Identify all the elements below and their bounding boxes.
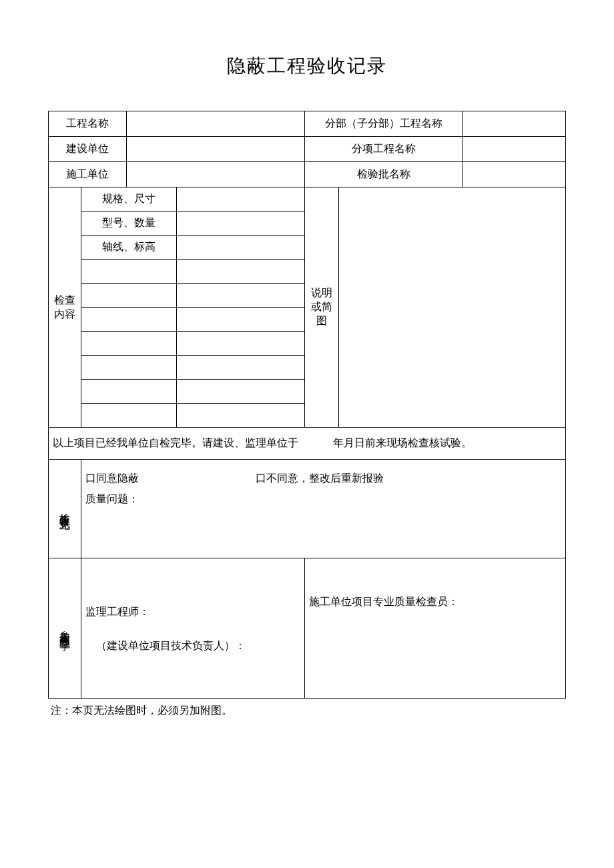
label-contractor: 施工单位 bbox=[49, 162, 127, 187]
value-inspection-batch bbox=[463, 162, 566, 187]
checkbox-disagree: 口不同意，整改后重新报验 bbox=[256, 472, 384, 484]
check-row-value bbox=[177, 308, 305, 332]
check-row-value bbox=[177, 332, 305, 356]
note-part1: 以上项目已经我单位自检完毕。请建设、监理单位于 bbox=[53, 437, 298, 448]
check-row-label bbox=[81, 308, 177, 332]
value-contractor bbox=[127, 162, 305, 187]
check-row-label bbox=[81, 332, 177, 356]
desc-area bbox=[339, 187, 566, 428]
value-construction-unit bbox=[127, 137, 305, 162]
label-construction-unit: 建设单位 bbox=[49, 137, 127, 162]
label-sub-branch: 分部（子分部）工程名称 bbox=[305, 111, 463, 137]
label-project-name: 工程名称 bbox=[49, 111, 127, 137]
footnote: 注：本页无法绘图时，必须另加附图。 bbox=[48, 699, 566, 718]
check-row-label: 规格、尺寸 bbox=[81, 187, 177, 211]
label-check-content-l1: 检查 bbox=[54, 294, 75, 306]
contractor-qc-label: 施工单位项目专业质量检查员： bbox=[309, 595, 561, 609]
note-part2: 年月日前来现场检查核试验。 bbox=[333, 437, 472, 448]
check-row-value bbox=[177, 284, 305, 308]
supervisor-label: 监理工程师： bbox=[85, 605, 301, 619]
label-desc-l2: 或简 bbox=[311, 301, 332, 312]
check-row-label bbox=[81, 356, 177, 380]
label-sub-item: 分项工程名称 bbox=[305, 137, 463, 162]
check-row-label bbox=[81, 284, 177, 308]
check-row-label: 型号、数量 bbox=[81, 211, 177, 236]
check-row-label bbox=[81, 260, 177, 284]
form-table: 工程名称 分部（子分部）工程名称 建设单位 分项工程名称 施工单位 检验批名称 … bbox=[48, 111, 566, 699]
checkbox-agree: 口同意隐蔽 bbox=[85, 472, 139, 484]
page-title: 隐蔽工程验收记录 bbox=[48, 53, 566, 79]
owner-tech-label: （建设单位项目技术负责人）： bbox=[85, 639, 301, 653]
check-row-label bbox=[81, 404, 177, 428]
label-check-content: 检查 内容 bbox=[49, 187, 81, 428]
value-project-name bbox=[127, 111, 305, 137]
label-desc-l3: 图 bbox=[316, 315, 327, 326]
signature-supervisor-cell: 监理工程师： （建设单位项目技术负责人）： bbox=[81, 558, 305, 699]
label-check-content-l2: 内容 bbox=[54, 308, 75, 320]
label-desc: 说明 或简 图 bbox=[305, 187, 339, 428]
check-row-value bbox=[177, 380, 305, 404]
label-desc-l1: 说明 bbox=[311, 287, 332, 298]
value-sub-item bbox=[463, 137, 566, 162]
self-check-note: 以上项目已经我单位自检完毕。请建设、监理单位于年月日前来现场检查核试验。 bbox=[49, 428, 566, 460]
check-row-value bbox=[177, 260, 305, 284]
label-inspection-batch: 检验批名称 bbox=[305, 162, 463, 187]
quality-label: 质量问题： bbox=[85, 493, 139, 504]
check-row-value bbox=[177, 236, 305, 260]
check-row-value bbox=[177, 356, 305, 380]
check-row-label: 轴线、标高 bbox=[81, 236, 177, 260]
label-signature: 参加检查人员签字 bbox=[49, 558, 81, 699]
check-row-value bbox=[177, 404, 305, 428]
opinion-content: 口同意隐蔽口不同意，整改后重新报验 质量问题： bbox=[81, 460, 565, 558]
signature-contractor-cell: 施工单位项目专业质量检查员： bbox=[305, 558, 566, 699]
label-opinion: 检查验收意见 bbox=[49, 460, 81, 558]
check-row-value bbox=[177, 211, 305, 236]
check-row-label bbox=[81, 380, 177, 404]
value-sub-branch bbox=[463, 111, 566, 137]
check-row-value bbox=[177, 187, 305, 211]
